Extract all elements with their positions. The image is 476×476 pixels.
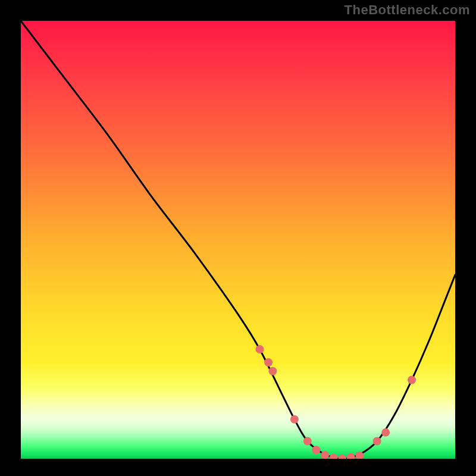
highlight-dot <box>330 454 338 459</box>
highlight-dot <box>303 437 312 446</box>
highlight-dots <box>256 345 416 459</box>
highlight-dot <box>408 376 416 384</box>
highlight-dot <box>290 415 299 424</box>
highlight-dot <box>312 446 320 454</box>
highlight-dot <box>347 453 355 459</box>
highlight-dot <box>338 455 346 459</box>
curve-svg <box>21 21 455 459</box>
bottleneck-curve <box>21 21 455 459</box>
highlight-dot <box>268 367 277 375</box>
highlight-dot <box>381 428 390 437</box>
plot-area <box>21 21 455 459</box>
highlight-dot <box>373 437 381 446</box>
highlight-dot <box>256 345 264 353</box>
highlight-dot <box>264 358 273 367</box>
watermark-text: TheBottleneck.com <box>345 2 470 18</box>
chart-frame: TheBottleneck.com <box>0 0 476 476</box>
